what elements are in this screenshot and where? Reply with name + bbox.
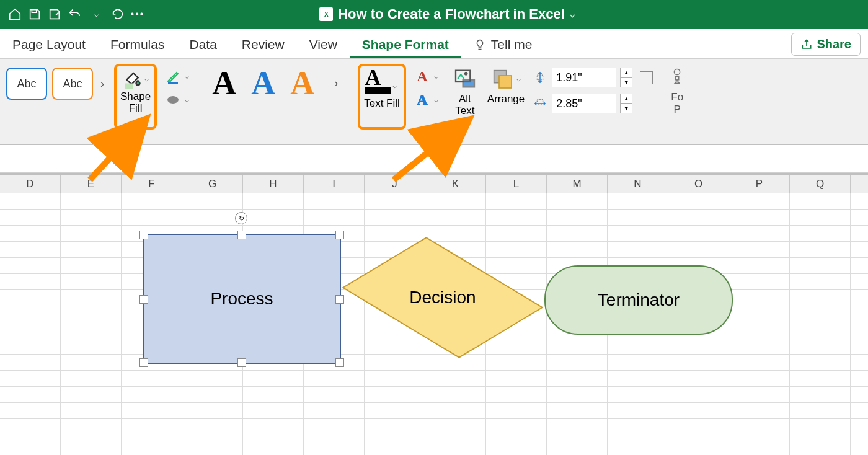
col-header[interactable]: Q <box>790 175 851 193</box>
col-header[interactable]: P <box>729 175 790 193</box>
resize-handle[interactable] <box>237 231 246 239</box>
width-up-button[interactable]: ▲ <box>620 94 632 104</box>
paint-bucket-icon <box>120 68 143 90</box>
col-header[interactable]: M <box>547 175 608 193</box>
height-icon <box>532 69 548 86</box>
document-title: X How to Create a Flowchart in Excel ⌵ <box>150 6 744 22</box>
size-group: ▲ ▼ ▲ ▼ <box>529 64 655 117</box>
col-header[interactable]: G <box>182 175 243 193</box>
col-header[interactable]: O <box>668 175 729 193</box>
shape-outline-button[interactable]: ⌵ <box>162 66 195 86</box>
excel-file-icon: X <box>319 7 333 21</box>
process-shape[interactable]: Process <box>143 234 341 364</box>
worksheet[interactable]: D E F G H I J K L M N O P Q ↻ <box>0 173 868 455</box>
shape-styles-more-icon[interactable]: › <box>95 77 109 91</box>
rotate-handle[interactable]: ↻ <box>235 212 247 224</box>
resize-handle[interactable] <box>140 295 148 304</box>
width-input[interactable] <box>552 94 616 113</box>
share-button[interactable]: Share <box>791 33 861 56</box>
text-outline-button[interactable]: A ⌵ <box>411 66 444 86</box>
tab-view[interactable]: View <box>297 31 350 58</box>
text-fill-a-icon: A <box>365 66 391 89</box>
wordart-preset-1[interactable]: A <box>212 64 236 102</box>
height-down-button[interactable]: ▼ <box>620 77 632 87</box>
svg-point-0 <box>167 96 179 104</box>
tab-formulas[interactable]: Formulas <box>98 31 177 58</box>
terminator-label: Terminator <box>598 290 680 310</box>
wordart-preset-3[interactable]: A <box>290 64 314 102</box>
wordart-preset-2[interactable]: A <box>251 64 275 102</box>
svg-line-10 <box>90 123 143 180</box>
terminator-shape[interactable]: Terminator <box>544 265 733 335</box>
shape-outline-dropdown-icon[interactable]: ⌵ <box>183 72 191 81</box>
more-icon[interactable]: ••• <box>130 7 145 22</box>
save-as-icon[interactable] <box>47 7 62 22</box>
decision-label: Decision <box>409 288 476 307</box>
svg-line-11 <box>394 123 465 180</box>
resize-handle[interactable] <box>140 231 148 239</box>
alt-text-icon <box>453 66 477 91</box>
format-pane-button[interactable]: Fo P <box>663 64 684 116</box>
text-effects-button[interactable]: A ⌵ <box>411 90 444 110</box>
tab-data[interactable]: Data <box>177 31 229 58</box>
svg-rect-9 <box>676 76 680 79</box>
size-corner-icon-2 <box>640 97 653 110</box>
shape-style-preset-2[interactable]: Abc <box>52 68 93 100</box>
width-down-button[interactable]: ▼ <box>620 104 632 113</box>
lightbulb-icon <box>474 38 486 51</box>
col-header[interactable]: L <box>486 175 547 193</box>
svg-rect-3 <box>463 80 474 87</box>
svg-rect-5 <box>499 76 512 88</box>
decision-shape[interactable]: Decision <box>350 231 535 364</box>
home-icon[interactable] <box>7 7 22 22</box>
resize-handle[interactable] <box>237 358 246 367</box>
tab-review[interactable]: Review <box>229 31 297 58</box>
text-fill-dropdown-icon[interactable]: ⌵ <box>391 81 399 90</box>
redo-icon[interactable] <box>110 7 125 22</box>
shape-fill-dropdown-icon[interactable]: ⌵ <box>143 74 151 83</box>
wordart-more-icon[interactable]: › <box>329 77 343 90</box>
shape-effects-dropdown-icon[interactable]: ⌵ <box>183 95 191 104</box>
resize-handle[interactable] <box>335 295 344 304</box>
format-pane-label: Fo P <box>671 91 683 116</box>
tab-page-layout[interactable]: Page Layout <box>0 31 98 58</box>
col-header[interactable]: N <box>608 175 668 193</box>
title-dropdown-icon[interactable]: ⌵ <box>570 9 575 19</box>
height-up-button[interactable]: ▲ <box>620 68 632 77</box>
text-effects-a-icon: A <box>415 92 430 107</box>
titlebar: ⌵ ••• X How to Create a Flowchart in Exc… <box>0 0 868 29</box>
shape-style-preset-1[interactable]: Abc <box>6 68 47 100</box>
col-header[interactable]: D <box>0 175 61 193</box>
format-pane-icon <box>670 66 684 91</box>
tell-me-label: Tell me <box>491 37 533 52</box>
text-effects-dropdown-icon[interactable]: ⌵ <box>432 95 440 104</box>
svg-point-8 <box>675 69 680 74</box>
process-label: Process <box>210 289 273 309</box>
svg-point-2 <box>465 73 467 74</box>
text-outline-dropdown-icon[interactable]: ⌵ <box>432 72 440 81</box>
arrange-dropdown-icon[interactable]: ⌵ <box>515 74 523 83</box>
col-header[interactable] <box>851 175 868 193</box>
resize-handle[interactable] <box>140 358 148 367</box>
undo-icon[interactable] <box>67 7 82 22</box>
alt-text-button[interactable]: Alt Text <box>448 64 482 119</box>
col-header[interactable]: H <box>243 175 304 193</box>
resize-handle[interactable] <box>335 358 344 367</box>
cell-grid[interactable]: ↻ Process Decision Terminator <box>0 193 868 455</box>
resize-handle[interactable] <box>335 231 344 239</box>
size-corner-icon <box>640 71 653 84</box>
undo-dropdown-icon[interactable]: ⌵ <box>87 7 105 22</box>
tab-tell-me[interactable]: Tell me <box>461 31 545 58</box>
height-input[interactable] <box>552 68 616 87</box>
arrange-label: Arrange <box>487 94 525 105</box>
text-fill-label: Text Fill <box>364 97 400 110</box>
effects-icon <box>166 92 180 107</box>
save-icon[interactable] <box>27 7 42 22</box>
shape-effects-button[interactable]: ⌵ <box>162 90 195 110</box>
col-header[interactable]: I <box>304 175 365 193</box>
wordart-styles-group: A A A › <box>198 64 356 132</box>
arrange-button[interactable]: ⌵ Arrange <box>482 64 529 108</box>
text-outline-a-icon: A <box>415 69 430 84</box>
tab-shape-format[interactable]: Shape Format <box>350 31 461 58</box>
shape-fill-label: Shape Fill <box>120 91 151 114</box>
